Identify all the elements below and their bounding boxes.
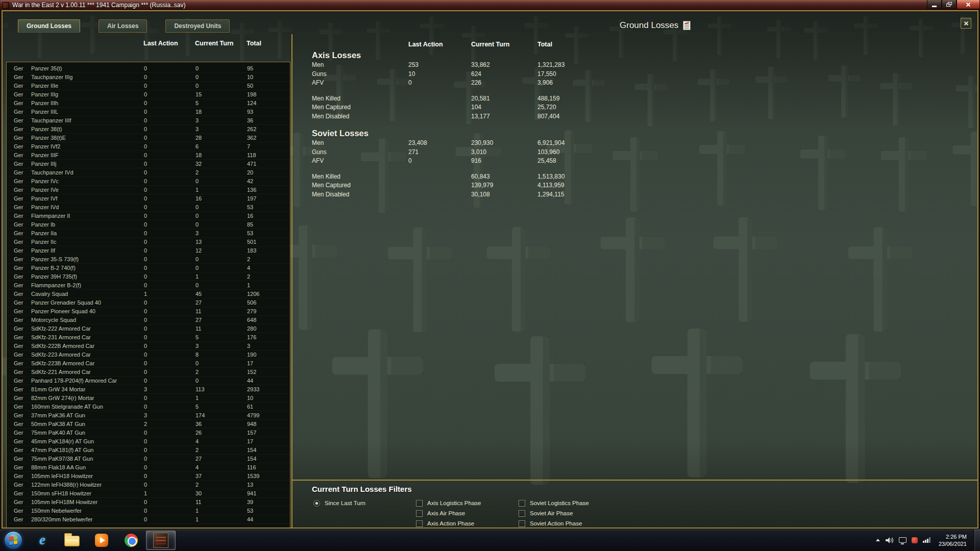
table-row: GerTauchpanzer IIIg0010 xyxy=(7,73,290,82)
tab-air-losses[interactable]: Air Losses xyxy=(99,19,147,33)
summary-row: Guns1062417,550 xyxy=(312,70,710,79)
security-icon[interactable] xyxy=(912,537,918,543)
column-header-last-action: Last Action xyxy=(143,39,178,47)
volume-icon[interactable] xyxy=(885,537,894,544)
filter-option[interactable]: Soviet Logistics Phase xyxy=(519,499,589,507)
table-row: GerPanzer IIIe0050 xyxy=(7,82,290,90)
tab-ground-losses[interactable]: Ground Losses xyxy=(18,19,80,33)
table-row: Ger105mm leFH18M Howitzer01139 xyxy=(7,498,290,507)
system-tray: 2:26 PM 23/06/2021 xyxy=(876,529,980,551)
close-button[interactable] xyxy=(957,0,980,9)
page-title: Ground Losses xyxy=(620,20,678,31)
summary-header-current-turn: Current Turn xyxy=(471,39,537,49)
table-row: Ger82mm GrW 274(r) Mortar0110 xyxy=(7,394,290,403)
filter-option[interactable]: Soviet Air Phase xyxy=(519,509,589,517)
clock-date: 23/06/2021 xyxy=(939,540,967,547)
filter-option[interactable]: Since Last Turn xyxy=(313,499,365,507)
table-row: GerPanzer IVe01136 xyxy=(7,186,290,194)
table-row: Ger88mm Flak18 AA Gun04116 xyxy=(7,463,290,472)
table-row: GerPanzer IIf012183 xyxy=(7,246,290,255)
summary-row: AFV02263,906 xyxy=(312,79,710,88)
table-row: Ger81mm GrW 34 Mortar31132933 xyxy=(7,385,290,394)
summary-row: Men25333,8621,321,283 xyxy=(312,61,710,70)
taskbar-item-war-in-the-east[interactable] xyxy=(146,531,176,550)
dialog-close-button[interactable] xyxy=(961,18,971,29)
table-row: GerPanzer IVf2067 xyxy=(7,142,290,151)
table-row: Ger105mm leFH18 Howitzer0371539 xyxy=(7,472,290,481)
summary-row: Men Captured10425,720 xyxy=(312,103,710,112)
table-row: GerPanzer IIIF018118 xyxy=(7,151,290,160)
table-row: GerPanzer B-2 740(f)004 xyxy=(7,264,290,272)
filters-title: Current Turn Losses Filters xyxy=(312,485,412,493)
table-row: GerMotorcycle Squad027648 xyxy=(7,316,290,324)
table-row: Ger45mm PaK184(r) AT Gun0417 xyxy=(7,437,290,446)
filter-label: Soviet Action Phase xyxy=(530,520,582,527)
minimize-button[interactable] xyxy=(927,0,942,9)
table-row: GerPanzer IIa0353 xyxy=(7,229,290,238)
table-row: GerPanzer IVd0053 xyxy=(7,203,290,212)
internet-explorer-icon xyxy=(39,532,45,548)
checkbox-icon[interactable] xyxy=(519,500,525,507)
signal-icon[interactable] xyxy=(923,537,930,543)
table-row: Ger122mm leFH388(r) Howitzer0213 xyxy=(7,481,290,489)
summary-header-total: Total xyxy=(537,39,710,49)
table-row: Ger75mm PaK97/38 AT Gun027154 xyxy=(7,455,290,463)
summary-row: Men Captured139,9794,113,959 xyxy=(312,181,710,190)
game-window: Ground Losses Air Losses Destroyed Units… xyxy=(2,10,978,529)
filter-option[interactable]: Soviet Action Phase xyxy=(519,519,589,528)
clock-time: 2:26 PM xyxy=(939,533,967,540)
filter-option[interactable]: Axis Action Phase xyxy=(416,519,481,528)
summary-section-title: Axis Losses xyxy=(312,49,710,61)
table-row: GerPanzer 38(t)E028362 xyxy=(7,134,290,142)
table-row: GerPanzer IIIL01893 xyxy=(7,108,290,116)
network-icon[interactable] xyxy=(899,537,906,543)
checkbox-icon[interactable] xyxy=(519,510,525,517)
table-row: Ger47mm PaK181(f) AT Gun02154 xyxy=(7,446,290,455)
show-desktop-button[interactable] xyxy=(974,529,980,551)
taskbar-clock[interactable]: 2:26 PM 23/06/2021 xyxy=(939,533,967,547)
chevron-up-icon[interactable] xyxy=(876,539,880,541)
radio-icon[interactable] xyxy=(313,500,320,507)
table-row: GerPanzer 35(t)0095 xyxy=(7,64,290,73)
screen-title-block: Ground Losses xyxy=(620,20,691,31)
summary-row: Men Killed20,581488,159 xyxy=(312,94,710,104)
filter-label: Since Last Turn xyxy=(325,500,365,506)
table-row: GerPanzer IIIg015198 xyxy=(7,90,290,99)
start-button[interactable] xyxy=(4,531,22,549)
filter-option[interactable]: Axis Logistics Phase xyxy=(416,499,481,507)
tab-bar: Ground Losses Air Losses Destroyed Units xyxy=(18,19,230,33)
table-row: GerPanzer IIc013501 xyxy=(7,238,290,246)
filter-label: Axis Logistics Phase xyxy=(427,500,481,506)
summary-row: AFV091625,458 xyxy=(312,157,710,166)
table-row: Ger150mm sFH18 Howitzer130941 xyxy=(7,489,290,498)
table-row: Ger50mm PaK38 AT Gun236948 xyxy=(7,420,290,429)
column-header-current-turn: Current Turn xyxy=(195,39,233,47)
taskbar-item-file-explorer[interactable] xyxy=(57,531,87,550)
maximize-button[interactable] xyxy=(942,0,957,9)
since-last-turn-filter: Since Last Turn xyxy=(313,499,365,509)
table-row: GerPanzer 38(t)03262 xyxy=(7,125,290,134)
table-row: GerFlammpanzer B-2(f)001 xyxy=(7,281,290,290)
column-header-total: Total xyxy=(247,39,261,47)
table-row: Ger150mm Nebelwerfer0153 xyxy=(7,507,290,515)
tab-destroyed-units[interactable]: Destroyed Units xyxy=(165,19,230,33)
checkbox-icon[interactable] xyxy=(416,520,423,527)
taskbar-item-media-player[interactable] xyxy=(87,531,116,550)
taskbar-item-chrome[interactable] xyxy=(116,531,146,550)
media-player-icon xyxy=(95,534,108,547)
summary-row: Guns2713,010103,960 xyxy=(312,148,710,157)
notes-icon[interactable] xyxy=(683,21,691,30)
checkbox-icon[interactable] xyxy=(519,520,525,527)
filter-label: Axis Action Phase xyxy=(427,520,474,527)
checkbox-icon[interactable] xyxy=(416,500,423,507)
table-row: GerPanzer Grenadier Squad 40027506 xyxy=(7,298,290,307)
checkbox-icon[interactable] xyxy=(416,510,423,517)
table-row: GerPanzer Pioneer Squad 40011279 xyxy=(7,307,290,316)
table-row: GerPanhard 178-P204(f) Armored Car0044 xyxy=(7,377,290,385)
table-row: GerSdKfz-222B Armored Car033 xyxy=(7,342,290,350)
table-row: GerSdKfz-222 Armored Car011280 xyxy=(7,324,290,333)
summary-row: Men Killed60,8431,513,830 xyxy=(312,172,710,182)
folder-icon xyxy=(64,536,80,546)
taskbar-item-internet-explorer[interactable] xyxy=(28,531,57,550)
filter-option[interactable]: Axis Air Phase xyxy=(416,509,481,517)
